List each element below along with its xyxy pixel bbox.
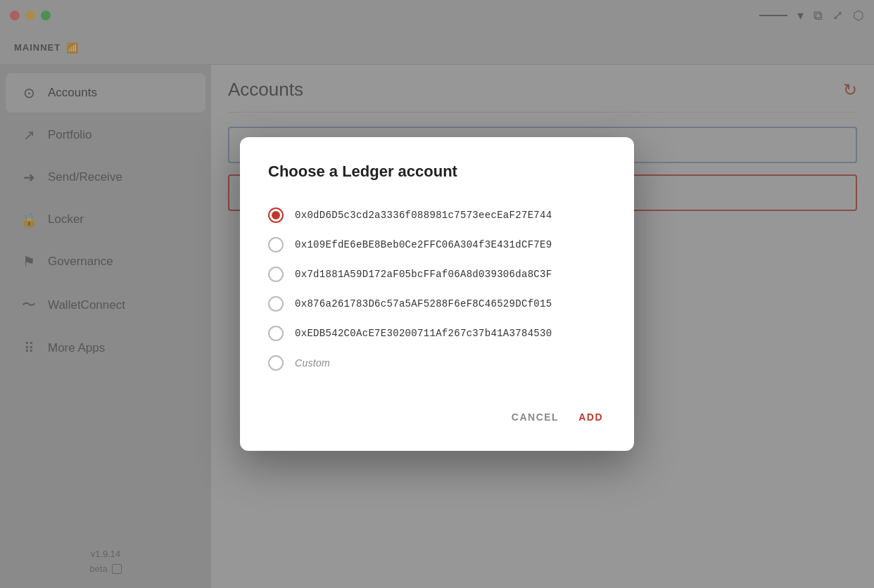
radio-option-custom[interactable]: Custom xyxy=(268,348,606,378)
ledger-dialog: Choose a Ledger account 0x0dD6D5c3cd2a33… xyxy=(240,137,634,451)
radio-label: 0xEDB542C0AcE7E30200711Af267c37b41A37845… xyxy=(295,328,552,339)
radio-circle xyxy=(268,237,284,253)
radio-label: Custom xyxy=(295,357,330,369)
radio-label: 0x876a261783D6c57a5AF5288F6eF8C46529DCf0… xyxy=(295,298,552,309)
radio-circle xyxy=(268,207,284,223)
radio-inner xyxy=(272,211,280,219)
radio-circle xyxy=(268,267,284,282)
radio-option-4[interactable]: 0xEDB542C0AcE7E30200711Af267c37b41A37845… xyxy=(268,319,606,348)
radio-option-1[interactable]: 0x109EfdE6eBE8Beb0Ce2FFC06A304f3E431dCF7… xyxy=(268,230,606,260)
radio-label: 0x109EfdE6eBE8Beb0Ce2FFC06A304f3E431dCF7… xyxy=(295,239,552,250)
add-button[interactable]: ADD xyxy=(576,406,606,428)
radio-option-3[interactable]: 0x876a261783D6c57a5AF5288F6eF8C46529DCf0… xyxy=(268,289,606,319)
account-options: 0x0dD6D5c3cd2a3336f088981c7573eecEaF27E7… xyxy=(268,200,606,378)
radio-option-0[interactable]: 0x0dD6D5c3cd2a3336f088981c7573eecEaF27E7… xyxy=(268,200,606,230)
dialog-title: Choose a Ledger account xyxy=(268,162,606,181)
radio-circle xyxy=(268,355,284,371)
cancel-button[interactable]: CANCEL xyxy=(509,406,562,428)
radio-circle xyxy=(268,296,284,312)
radio-circle xyxy=(268,326,284,341)
radio-label: 0x0dD6D5c3cd2a3336f088981c7573eecEaF27E7… xyxy=(295,210,552,221)
modal-overlay: Choose a Ledger account 0x0dD6D5c3cd2a33… xyxy=(0,0,874,588)
radio-option-2[interactable]: 0x7d1881A59D172aF05bcFFaf06A8d039306da8C… xyxy=(268,260,606,289)
dialog-footer: CANCEL ADD xyxy=(268,400,606,428)
radio-label: 0x7d1881A59D172aF05bcFFaf06A8d039306da8C… xyxy=(295,269,552,280)
